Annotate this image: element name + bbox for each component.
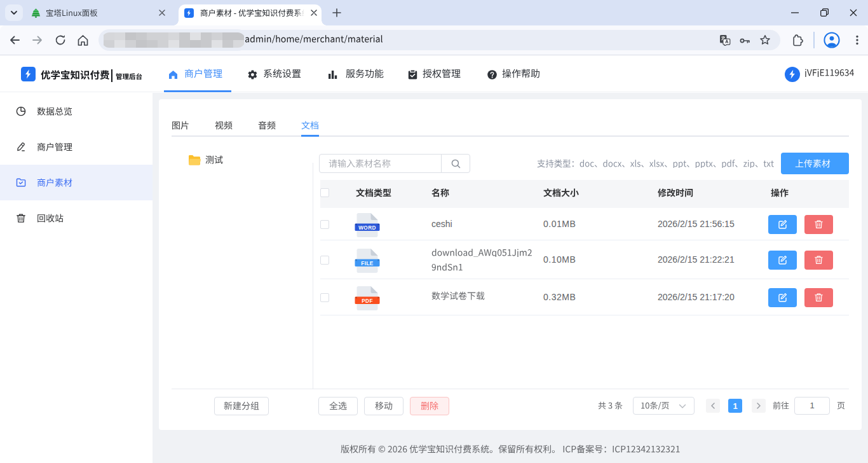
- svg-text:FILE: FILE: [361, 261, 373, 266]
- svg-text:PDF: PDF: [362, 298, 373, 304]
- svg-text:WORD: WORD: [358, 225, 376, 231]
